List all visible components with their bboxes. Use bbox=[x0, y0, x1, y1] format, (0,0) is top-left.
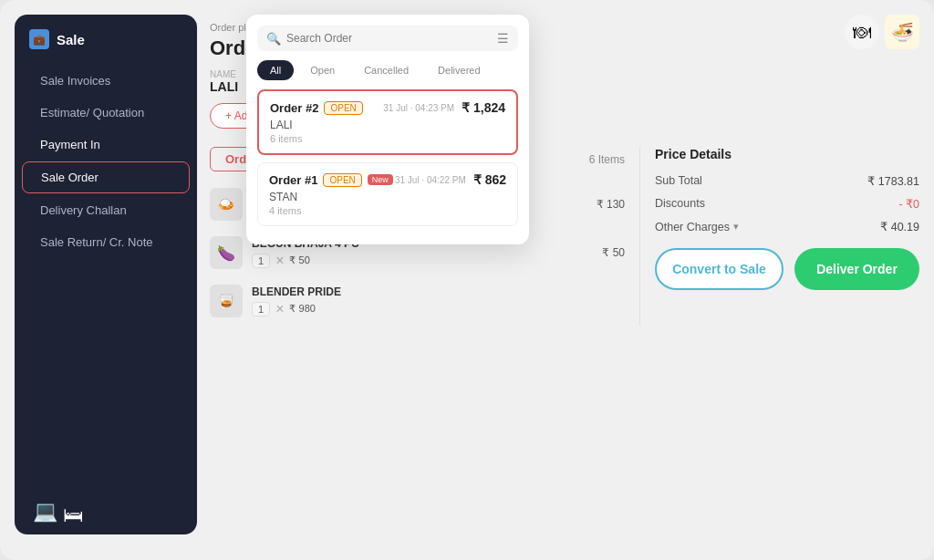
order-search-overlay: 🔍 ☰ All Open Cancelled Delivered Order #… bbox=[246, 15, 529, 244]
order-card-2-header: Order #2 OPEN 31 Jul · 04:23 PM ₹ 1,824 bbox=[270, 100, 505, 115]
sidebar-bottom-icons: 💻 🛏 bbox=[15, 500, 197, 524]
sidebar-item-estimate-quotation[interactable]: Estimate/ Quotation bbox=[22, 98, 190, 128]
times-icon-2: × bbox=[275, 253, 284, 269]
sub-total-amount: ₹ 1783.81 bbox=[867, 174, 919, 188]
item-image-1: 🍛 bbox=[210, 188, 243, 221]
price-details-section: Price Details Sub Total ₹ 1783.81 Discou… bbox=[655, 147, 919, 326]
item-total-1: ₹ 130 bbox=[597, 198, 625, 211]
laptop-icon: 💻 bbox=[33, 500, 57, 524]
order-card-2[interactable]: Order #2 OPEN 31 Jul · 04:23 PM ₹ 1,824 … bbox=[257, 89, 518, 155]
chevron-down-icon[interactable]: ▾ bbox=[733, 221, 739, 233]
tab-cancelled[interactable]: Cancelled bbox=[351, 60, 421, 80]
tab-open[interactable]: Open bbox=[297, 60, 348, 80]
sidebar-item-label: Estimate/ Quotation bbox=[40, 106, 144, 119]
sale-icon: 💼 bbox=[29, 29, 49, 49]
tab-all[interactable]: All bbox=[257, 60, 294, 80]
order-card-1[interactable]: Order #1 OPEN New 31 Jul · 04:22 PM ₹ 86… bbox=[257, 162, 518, 226]
order-item-3: 🥃 BLENDER PRIDE 1 × ₹ 980 bbox=[210, 277, 625, 326]
price-details-title: Price Details bbox=[655, 147, 919, 161]
restaurant-plate-icon: 🍽 bbox=[845, 15, 879, 49]
bed-icon: 🛏 bbox=[63, 503, 83, 527]
item-total-2: ₹ 50 bbox=[602, 246, 625, 259]
search-bar: 🔍 ☰ bbox=[257, 26, 518, 51]
item-qty-price-2: 1 × ₹ 50 bbox=[252, 253, 593, 269]
name-value: LALI bbox=[210, 79, 238, 94]
item-qty-3: 1 bbox=[252, 302, 270, 316]
sub-total-row: Sub Total ₹ 1783.81 bbox=[655, 174, 919, 188]
sidebar: 💼 Sale Sale Invoices Estimate/ Quotation… bbox=[15, 15, 197, 534]
sidebar-item-label: Sale Invoices bbox=[40, 74, 110, 88]
item-image-3: 🥃 bbox=[210, 285, 243, 317]
order-card-1-name: STAN bbox=[269, 191, 506, 203]
other-charges-label-row: Other Charges ▾ bbox=[655, 220, 739, 233]
action-buttons: Convert to Sale Deliver Order bbox=[655, 248, 919, 290]
deliver-order-button[interactable]: Deliver Order bbox=[794, 248, 919, 290]
times-icon-3: × bbox=[275, 301, 284, 317]
search-icon: 🔍 bbox=[266, 32, 281, 46]
other-charges-amount: ₹ 40.19 bbox=[880, 220, 919, 233]
search-input[interactable] bbox=[286, 32, 492, 45]
order-card-1-amount: ₹ 862 bbox=[473, 172, 506, 187]
items-count: 6 Items bbox=[589, 153, 625, 166]
order-card-1-title: Order #1 OPEN New bbox=[269, 173, 393, 187]
sidebar-item-sale-order[interactable]: Sale Order bbox=[22, 161, 190, 193]
order-card-1-status: OPEN bbox=[323, 173, 361, 187]
new-badge: New bbox=[368, 174, 393, 185]
item-qty-2: 1 bbox=[252, 254, 270, 268]
convert-to-sale-button[interactable]: Convert to Sale bbox=[655, 248, 784, 290]
item-name-3: BLENDER PRIDE bbox=[252, 285, 616, 298]
discounts-label: Discounts bbox=[655, 197, 705, 211]
other-charges-row: Other Charges ▾ ₹ 40.19 bbox=[655, 220, 919, 233]
order-card-1-date: 31 Jul · 04:22 PM bbox=[395, 175, 466, 185]
restaurant-icon-area: 🍽 🍜 bbox=[845, 15, 919, 49]
vertical-divider bbox=[639, 147, 640, 326]
order-card-1-number: Order #1 bbox=[269, 173, 317, 187]
order-card-2-amount: ₹ 1,824 bbox=[462, 100, 505, 115]
name-label: NAME bbox=[210, 69, 238, 79]
sidebar-item-sale-return[interactable]: Sale Return/ Cr. Note bbox=[22, 227, 190, 257]
order-card-2-title: Order #2 OPEN bbox=[270, 101, 363, 115]
item-qty-price-3: 1 × ₹ 980 bbox=[252, 301, 616, 317]
order-name-section: NAME LALI bbox=[210, 69, 238, 94]
filter-icon[interactable]: ☰ bbox=[497, 31, 509, 46]
other-charges-label: Other Charges bbox=[655, 221, 730, 233]
sidebar-item-label: Sale Order bbox=[41, 171, 99, 184]
sidebar-item-sale-invoices[interactable]: Sale Invoices bbox=[22, 66, 190, 96]
order-card-1-items: 4 items bbox=[269, 205, 506, 216]
tab-delivered[interactable]: Delivered bbox=[425, 60, 493, 80]
sidebar-item-payment-in[interactable]: Payment In bbox=[22, 130, 190, 160]
order-tabs: All Open Cancelled Delivered bbox=[257, 60, 518, 80]
restaurant-sign-icon: 🍜 bbox=[885, 15, 919, 49]
order-card-2-number: Order #2 bbox=[270, 101, 318, 115]
order-card-2-date: 31 Jul · 04:23 PM bbox=[383, 103, 454, 113]
order-card-2-status: OPEN bbox=[324, 101, 362, 115]
item-unit-price-2: ₹ 50 bbox=[289, 254, 309, 266]
sidebar-item-label: Sale Return/ Cr. Note bbox=[40, 235, 153, 249]
sidebar-item-label: Payment In bbox=[40, 138, 100, 151]
discounts-amount: - ₹0 bbox=[898, 197, 919, 211]
sidebar-item-delivery-challan[interactable]: Delivery Challan bbox=[22, 195, 190, 225]
item-image-2: 🍆 bbox=[210, 236, 243, 269]
order-card-2-name: LALI bbox=[270, 119, 505, 131]
sidebar-title-text: Sale bbox=[57, 32, 85, 47]
sub-total-label: Sub Total bbox=[655, 174, 702, 188]
order-card-1-header: Order #1 OPEN New 31 Jul · 04:22 PM ₹ 86… bbox=[269, 172, 506, 187]
item-unit-price-3: ₹ 980 bbox=[289, 303, 315, 315]
order-card-2-items: 6 items bbox=[270, 133, 505, 144]
sidebar-title: 💼 Sale bbox=[15, 29, 197, 64]
sidebar-item-label: Delivery Challan bbox=[40, 203, 127, 217]
item-details-3: BLENDER PRIDE 1 × ₹ 980 bbox=[252, 285, 616, 317]
discounts-row: Discounts - ₹0 bbox=[655, 197, 919, 211]
